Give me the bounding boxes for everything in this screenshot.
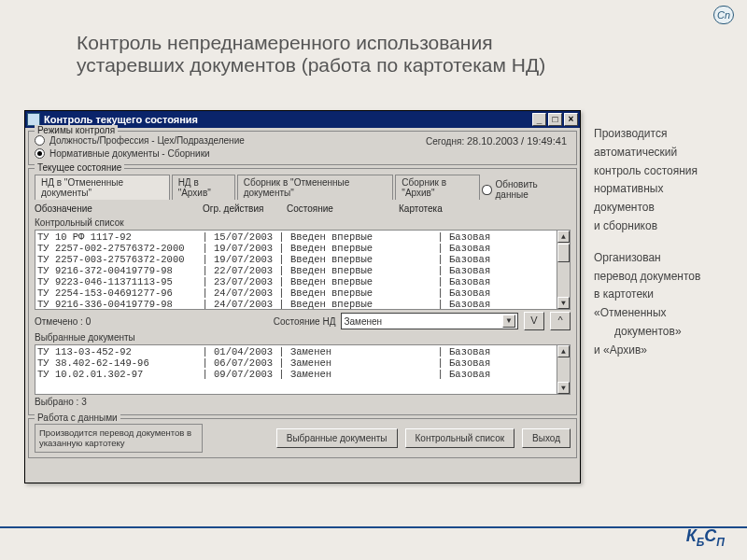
list-item[interactable]: ТУ 10.02.01.302-97 | 09/07/2003 | Замене… xyxy=(37,369,568,380)
col-limit: Огр. действия xyxy=(203,203,287,214)
exit-button[interactable]: Выход xyxy=(522,428,571,448)
list-item[interactable]: ТУ 2254-153-04691277-96 | 24/07/2003 | В… xyxy=(37,287,568,299)
marked-count: Отмечено : 0 xyxy=(35,316,91,327)
selected-documents-button[interactable]: Выбранные документы xyxy=(276,428,398,448)
col-cardindex: Картотека xyxy=(399,203,571,214)
desc-line: документов» xyxy=(594,323,732,342)
tab-bar: НД в "Отмененные документы" НД в "Архив"… xyxy=(35,175,571,200)
current-state-label: Текущее состояние xyxy=(35,162,124,173)
list-item[interactable]: ТУ 2257-002-27576372-2000 | 19/07/2003 |… xyxy=(37,243,568,254)
radio-position[interactable] xyxy=(35,135,45,146)
desc-line: и «Архив» xyxy=(594,342,732,360)
list-item[interactable]: ТУ 38.402-62-149-96 | 06/07/2003 | Замен… xyxy=(37,357,568,369)
desc-line: Организован xyxy=(594,249,732,268)
list-item[interactable]: ТУ 2257-003-27576372-2000 | 19/07/2003 |… xyxy=(37,254,568,265)
footer-s: С xyxy=(704,526,716,545)
today-value: 28.10.2003 / 19:49:41 xyxy=(467,135,567,147)
footer-divider xyxy=(0,526,747,528)
scroll-up-button[interactable]: ▲ xyxy=(557,345,570,357)
scroll-thumb[interactable] xyxy=(557,244,570,262)
desc-line: нормативных xyxy=(594,180,732,199)
app-window: Контроль текущего состояния _ □ × Режимы… xyxy=(24,110,581,483)
chevron-down-icon[interactable]: ▼ xyxy=(502,315,515,328)
selected-docs-list[interactable]: ТУ 113-03-452-92 | 01/04/2003 | Заменен … xyxy=(35,344,571,395)
desc-line: и сборников xyxy=(594,217,732,236)
footer-logo: КБСП xyxy=(686,526,725,549)
list-item[interactable]: ТУ 10 РФ 1117-92 | 15/07/2003 | Введен в… xyxy=(37,231,568,243)
current-state-group: Текущее состояние НД в "Отмененные докум… xyxy=(28,168,577,415)
control-modes-label: Режимы контроля xyxy=(35,125,118,135)
scrollbar[interactable]: ▲ ▼ xyxy=(557,231,570,309)
desc-line: автоматический xyxy=(594,144,732,162)
selected-count: Выбрано : 3 xyxy=(35,397,571,407)
scroll-down-button[interactable]: ▼ xyxy=(557,382,570,394)
refresh-label: Обновить данные xyxy=(496,179,566,200)
scroll-up-button[interactable]: ▲ xyxy=(557,231,570,243)
radio-position-label: Должность/Профессия - Цех/Подразделение xyxy=(49,135,245,146)
maximize-button[interactable]: □ xyxy=(548,113,562,126)
desc-line: в картотеки xyxy=(594,286,732,304)
work-with-data-label: Работа с данными xyxy=(35,413,120,423)
list-item[interactable]: ТУ 9216-372-00419779-98 | 22/07/2003 | В… xyxy=(37,265,568,276)
tab-archive-nd[interactable]: НД в "Архив" xyxy=(172,175,235,200)
col-status: Состояние xyxy=(287,203,399,214)
page-title: Контроль непреднамеренного использования… xyxy=(77,32,599,77)
col-designation: Обозначение xyxy=(35,203,203,214)
desc-line: контроль состояния xyxy=(594,162,732,181)
list-item[interactable]: ТУ 9216-336-00419779-98 | 24/07/2003 | В… xyxy=(37,299,568,310)
scroll-down-button[interactable]: ▼ xyxy=(557,297,570,309)
close-button[interactable]: × xyxy=(564,113,578,126)
corner-logo-icon: Сп xyxy=(713,6,734,24)
scrollbar[interactable]: ▲ ▼ xyxy=(557,345,570,394)
control-modes-group: Режимы контроля Должность/Профессия - Це… xyxy=(28,131,577,165)
selected-docs-label: Выбранные документы xyxy=(35,332,571,343)
move-down-button[interactable]: V xyxy=(524,312,544,330)
footer-p: П xyxy=(716,536,725,549)
footer-k: К xyxy=(686,526,697,545)
control-list[interactable]: ТУ 10 РФ 1117-92 | 15/07/2003 | Введен в… xyxy=(35,230,571,310)
desc-line: перевод документов xyxy=(594,268,732,287)
tab-archive-collection[interactable]: Сборник в "Архив" xyxy=(395,175,480,200)
control-list-button[interactable]: Контрольный список xyxy=(405,428,515,448)
desc-line: Производится xyxy=(594,125,732,144)
hint-text: Производится перевод документов в указан… xyxy=(35,424,203,453)
minimize-button[interactable]: _ xyxy=(532,113,546,126)
state-nd-combo[interactable]: Заменен ▼ xyxy=(341,313,518,329)
list-item[interactable]: ТУ 9223-046-11371113-95 | 23/07/2003 | В… xyxy=(37,276,568,287)
control-list-label: Контрольный список xyxy=(35,217,571,228)
column-headers: Обозначение Огр. действия Состояние Карт… xyxy=(29,200,576,216)
window-title: Контроль текущего состояния xyxy=(44,114,198,125)
state-nd-label: Состояние НД xyxy=(274,316,336,327)
desc-line: «Отмененных xyxy=(594,304,732,323)
move-up-button[interactable]: ^ xyxy=(550,312,571,330)
today-label: Сегодня: xyxy=(426,136,464,147)
work-with-data-group: Работа с данными Производится перевод до… xyxy=(28,418,577,458)
radio-documents-label: Нормативные документы - Сборники xyxy=(49,148,210,159)
description-paragraph: Производится автоматический контроль сос… xyxy=(594,125,732,360)
radio-documents[interactable] xyxy=(35,148,45,159)
desc-line: документов xyxy=(594,199,732,217)
tab-cancelled-nd[interactable]: НД в "Отмененные документы" xyxy=(35,175,170,200)
refresh-radio[interactable] xyxy=(482,185,491,195)
app-icon xyxy=(27,113,40,126)
today-block: Сегодня: 28.10.2003 / 19:49:41 xyxy=(426,135,567,147)
state-nd-value: Заменен xyxy=(344,316,382,327)
list-item[interactable]: ТУ 113-03-452-92 | 01/04/2003 | Заменен … xyxy=(37,346,568,357)
tab-cancelled-collection[interactable]: Сборник в "Отмененные документы" xyxy=(237,175,394,200)
